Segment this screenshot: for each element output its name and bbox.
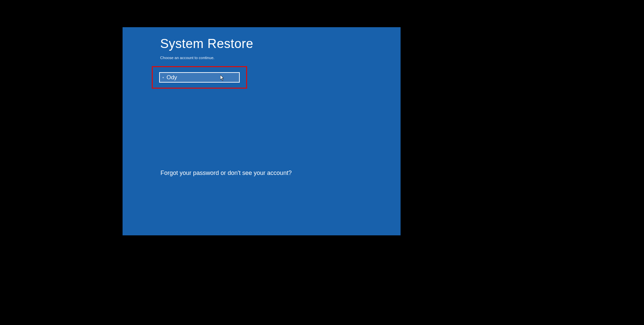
recovery-panel: System Restore Choose an account to cont… [123, 27, 401, 235]
content-area: System Restore Choose an account to cont… [160, 37, 387, 60]
highlight-annotation: Ody [152, 66, 247, 89]
subtitle-text: Choose an account to continue. [160, 56, 387, 60]
forgot-password-link[interactable]: Forgot your password or don't see your a… [160, 170, 292, 177]
page-title: System Restore [160, 37, 387, 51]
account-name-label: Ody [167, 74, 177, 81]
bullet-icon [163, 77, 164, 78]
cursor-icon [220, 75, 224, 81]
account-button-ody[interactable]: Ody [159, 72, 240, 83]
